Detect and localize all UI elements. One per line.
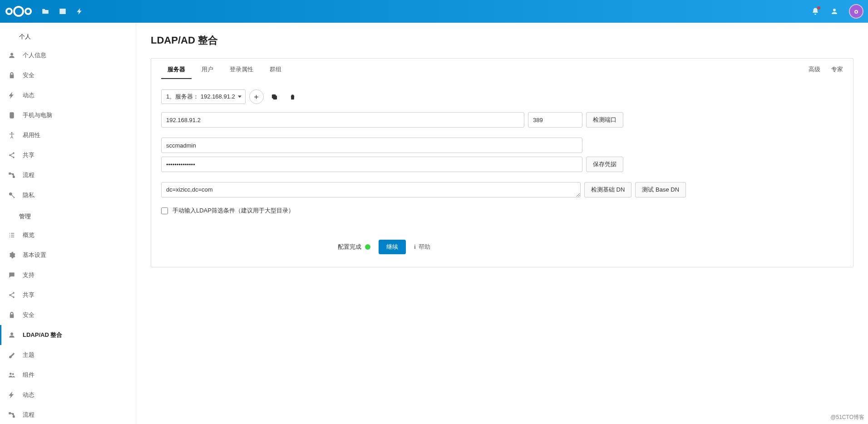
- svg-point-6: [13, 153, 15, 154]
- tab-groups[interactable]: 群组: [263, 60, 288, 79]
- sidebar-item-personal-info[interactable]: 个人信息: [0, 45, 136, 65]
- port-input[interactable]: [528, 112, 582, 128]
- sidebar-section-admin: 管理: [0, 205, 136, 225]
- nextcloud-logo[interactable]: [5, 4, 33, 19]
- bell-icon[interactable]: [811, 7, 820, 16]
- tabs-row: 服务器 用户 登录属性 群组 高级 专家: [161, 59, 843, 80]
- delete-config-button[interactable]: [286, 89, 300, 104]
- settings-sidebar: 个人 个人信息 安全 动态 手机与电脑 易用性 共享 流程: [0, 23, 136, 424]
- svg-point-10: [10, 193, 12, 195]
- watermark: @51CTO博客: [830, 414, 864, 421]
- server-select-text: 1。服务器： 192.168.91.2: [166, 93, 235, 101]
- link-expert[interactable]: 专家: [831, 65, 843, 74]
- tabs-right: 高级 专家: [809, 65, 843, 74]
- sidebar-item-basic-settings[interactable]: 基本设置: [0, 245, 136, 265]
- privacy-icon: [8, 192, 15, 199]
- gallery-icon[interactable]: [58, 7, 67, 16]
- sidebar-item-flow[interactable]: 流程: [0, 165, 136, 185]
- sidebar-item-label: 动态: [23, 91, 35, 99]
- header-right: o: [811, 4, 863, 19]
- svg-rect-3: [10, 113, 14, 118]
- svg-point-15: [12, 373, 14, 375]
- app-header: o: [0, 0, 868, 23]
- sidebar-item-ldap[interactable]: LDAP/AD 整合: [0, 325, 136, 345]
- users-icon: [8, 371, 15, 379]
- lock-icon: [8, 72, 15, 79]
- manual-filter-checkbox[interactable]: [161, 207, 168, 214]
- host-port-row: 检测端口: [161, 112, 843, 128]
- bolt-icon: [8, 391, 15, 399]
- info-icon: i: [414, 244, 415, 251]
- user-icon: [8, 52, 15, 59]
- sidebar-item-security[interactable]: 安全: [0, 65, 136, 85]
- svg-point-4: [11, 132, 13, 133]
- user-dn-input[interactable]: [161, 138, 582, 153]
- tab-server[interactable]: 服务器: [161, 60, 192, 79]
- sidebar-item-overview[interactable]: 概览: [0, 225, 136, 245]
- contacts-icon[interactable]: [830, 7, 839, 16]
- ldap-panel: 服务器 用户 登录属性 群组 高级 专家 1。服务器： 192.168.91.2: [151, 58, 853, 267]
- test-base-dn-button[interactable]: 测试 Base DN: [635, 182, 686, 197]
- svg-rect-19: [273, 96, 277, 99]
- sidebar-item-privacy[interactable]: 隐私: [0, 185, 136, 205]
- manual-filter-label: 手动输入LDAP筛选条件（建议用于大型目录）: [173, 207, 294, 215]
- activity-icon[interactable]: [75, 7, 84, 16]
- svg-point-1: [6, 9, 12, 14]
- sidebar-item-component[interactable]: 组件: [0, 365, 136, 385]
- files-icon[interactable]: [41, 7, 50, 16]
- sidebar-item-sharing[interactable]: 共享: [0, 145, 136, 165]
- continue-button[interactable]: 继续: [379, 240, 406, 254]
- svg-point-14: [10, 373, 11, 375]
- sidebar-item-label: 动态: [23, 391, 35, 399]
- footer-actions: 配置完成 继续 i 帮助: [161, 240, 843, 254]
- sidebar-item-label: 手机与电脑: [23, 111, 52, 119]
- host-input[interactable]: [161, 112, 524, 128]
- add-server-button[interactable]: [249, 89, 264, 104]
- flow-icon: [8, 411, 15, 419]
- sidebar-item-accessibility[interactable]: 易用性: [0, 125, 136, 145]
- lock-icon: [8, 311, 15, 319]
- sidebar-item-activity-admin[interactable]: 动态: [0, 385, 136, 405]
- brush-icon: [8, 351, 15, 359]
- sidebar-item-label: 组件: [23, 371, 35, 379]
- sidebar-item-label: 共享: [23, 291, 35, 299]
- save-credentials-button[interactable]: 保存凭据: [586, 157, 623, 172]
- sidebar-item-label: 概览: [23, 231, 35, 239]
- tab-users[interactable]: 用户: [195, 60, 220, 79]
- sidebar-item-label: 安全: [23, 311, 35, 319]
- bolt-icon: [8, 92, 15, 99]
- svg-point-11: [10, 295, 11, 296]
- sidebar-item-support[interactable]: 支持: [0, 265, 136, 285]
- avatar[interactable]: o: [849, 4, 863, 19]
- sidebar-item-label: 共享: [23, 151, 35, 159]
- server-select[interactable]: 1。服务器： 192.168.91.2: [161, 89, 246, 104]
- sidebar-item-theme[interactable]: 主题: [0, 345, 136, 365]
- svg-rect-8: [9, 173, 10, 174]
- sidebar-item-devices[interactable]: 手机与电脑: [0, 105, 136, 125]
- config-status: 配置完成: [338, 243, 370, 251]
- detect-base-dn-button[interactable]: 检测基础 DN: [584, 182, 631, 197]
- app-layout: 个人 个人信息 安全 动态 手机与电脑 易用性 共享 流程: [0, 23, 868, 424]
- sidebar-item-label: 支持: [23, 271, 35, 279]
- sidebar-item-security-admin[interactable]: 安全: [0, 305, 136, 325]
- help-link[interactable]: i 帮助: [414, 243, 430, 251]
- svg-point-5: [10, 155, 11, 156]
- user-dn-row: [161, 138, 843, 153]
- sidebar-section-personal: 个人: [0, 25, 136, 45]
- sidebar-item-sharing-admin[interactable]: 共享: [0, 285, 136, 305]
- tabs-left: 服务器 用户 登录属性 群组: [161, 60, 288, 79]
- copy-config-button[interactable]: [267, 89, 282, 104]
- sidebar-item-activity[interactable]: 动态: [0, 85, 136, 105]
- password-input[interactable]: [161, 157, 582, 172]
- sidebar-item-flow-admin[interactable]: 流程: [0, 405, 136, 424]
- status-text: 配置完成: [338, 243, 361, 251]
- svg-rect-16: [9, 413, 10, 414]
- link-advanced[interactable]: 高级: [809, 65, 820, 74]
- svg-point-2: [25, 9, 31, 14]
- detect-port-button[interactable]: 检测端口: [586, 112, 623, 128]
- sidebar-item-label: 隐私: [23, 191, 35, 199]
- sidebar-item-label: 主题: [23, 351, 35, 359]
- gear-icon: [8, 251, 15, 259]
- base-dn-input[interactable]: [161, 182, 581, 197]
- tab-login[interactable]: 登录属性: [223, 60, 260, 79]
